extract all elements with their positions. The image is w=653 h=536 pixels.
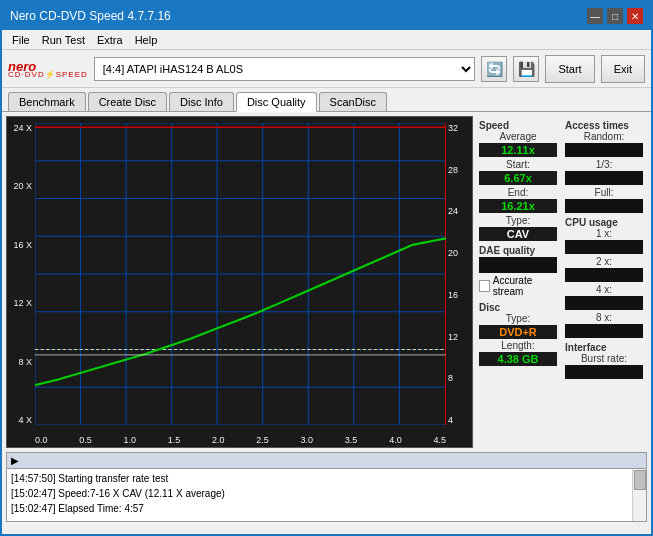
accurate-stream-checkbox[interactable] — [479, 280, 490, 292]
scrollbar-thumb[interactable] — [634, 470, 646, 490]
log-scrollbar[interactable] — [632, 469, 646, 521]
end-value: 16.21x — [479, 199, 557, 213]
y-right-20: 20 — [448, 248, 458, 258]
y-label-12: 12 X — [13, 298, 32, 308]
log-entry-1: [15:02:47] Speed:7-16 X CAV (12.11 X ave… — [11, 486, 642, 501]
y-label-8: 8 X — [18, 357, 32, 367]
one-third-stat: 1/3: — [563, 159, 645, 185]
cpu-2x-stat: 2 x: — [563, 256, 645, 282]
random-stat: Random: — [563, 131, 645, 157]
full-stat: Full: — [563, 187, 645, 213]
one-third-value — [565, 171, 643, 185]
stats-columns: Speed Average 12.11x Start: 6.67x End: 1… — [477, 116, 647, 448]
start-button[interactable]: Start — [545, 55, 594, 83]
x-label-2: 2.0 — [212, 435, 225, 445]
disc-section-title: Disc — [477, 302, 559, 313]
log-entry-0: [14:57:50] Starting transfer rate test — [11, 471, 642, 486]
x-label-45: 4.5 — [433, 435, 446, 445]
log-content: [14:57:50] Starting transfer rate test [… — [7, 469, 646, 518]
type-value: CAV — [479, 227, 557, 241]
menu-extra[interactable]: Extra — [91, 32, 129, 48]
x-label-25: 2.5 — [256, 435, 269, 445]
menu-help[interactable]: Help — [129, 32, 164, 48]
window-controls: — □ ✕ — [587, 8, 643, 24]
title-bar: Nero CD-DVD Speed 4.7.7.16 — □ ✕ — [2, 2, 651, 30]
exit-button[interactable]: Exit — [601, 55, 645, 83]
y-label-16: 16 X — [13, 240, 32, 250]
cpu-1x-value — [565, 240, 643, 254]
random-label: Random: — [563, 131, 645, 142]
y-right-12: 12 — [448, 332, 458, 342]
cpu-8x-value — [565, 324, 643, 338]
tab-bar: Benchmark Create Disc Disc Info Disc Qua… — [2, 88, 651, 112]
y-right-24: 24 — [448, 206, 458, 216]
log-area: ▶ [14:57:50] Starting transfer rate test… — [6, 452, 647, 522]
type-label: Type: — [477, 215, 559, 226]
chart-container: 24 X 20 X 16 X 12 X 8 X 4 X — [6, 116, 473, 448]
maximize-button[interactable]: □ — [607, 8, 623, 24]
cpu-8x-stat: 8 x: — [563, 312, 645, 338]
x-label-1: 1.0 — [124, 435, 137, 445]
tab-scan-disc[interactable]: ScanDisc — [319, 92, 387, 111]
y-label-4: 4 X — [18, 415, 32, 425]
main-window: Nero CD-DVD Speed 4.7.7.16 — □ ✕ File Ru… — [0, 0, 653, 536]
speed-section-title: Speed — [477, 120, 559, 131]
chart-svg — [35, 123, 446, 425]
menu-bar: File Run Test Extra Help — [2, 30, 651, 50]
x-label-15: 1.5 — [168, 435, 181, 445]
close-button[interactable]: ✕ — [627, 8, 643, 24]
y-axis-right: 32 28 24 20 16 12 8 4 — [446, 123, 470, 425]
log-header-icon: ▶ — [11, 455, 19, 466]
menu-run-test[interactable]: Run Test — [36, 32, 91, 48]
minimize-button[interactable]: — — [587, 8, 603, 24]
y-label-24: 24 X — [13, 123, 32, 133]
cpu-section-title: CPU usage — [563, 217, 645, 228]
average-label: Average — [477, 131, 559, 142]
end-stat: End: 16.21x — [477, 187, 559, 213]
y-label-20: 20 X — [13, 181, 32, 191]
log-entry-2: [15:02:47] Elapsed Time: 4:57 — [11, 501, 642, 516]
tab-benchmark[interactable]: Benchmark — [8, 92, 86, 111]
x-label-35: 3.5 — [345, 435, 358, 445]
burst-value — [565, 365, 643, 379]
y-right-4: 4 — [448, 415, 453, 425]
cpu-8x-label: 8 x: — [563, 312, 645, 323]
stats-panel: Speed Average 12.11x Start: 6.67x End: 1… — [477, 116, 647, 448]
y-right-16: 16 — [448, 290, 458, 300]
cpu-2x-label: 2 x: — [563, 256, 645, 267]
nero-logo: nero CD·DVD⚡SPEED — [8, 59, 88, 79]
y-right-32: 32 — [448, 123, 458, 133]
x-label-4: 4.0 — [389, 435, 402, 445]
type-stat: Type: CAV — [477, 215, 559, 241]
start-label: Start: — [477, 159, 559, 170]
refresh-icon[interactable]: 🔄 — [481, 56, 507, 82]
x-label-0: 0.0 — [35, 435, 48, 445]
tab-disc-info[interactable]: Disc Info — [169, 92, 234, 111]
cpu-4x-value — [565, 296, 643, 310]
drive-select[interactable]: [4:4] ATAPI iHAS124 B AL0S — [94, 57, 476, 81]
tab-disc-quality[interactable]: Disc Quality — [236, 92, 317, 112]
access-times-title: Access times — [563, 120, 645, 131]
cpu-4x-stat: 4 x: — [563, 284, 645, 310]
random-value — [565, 143, 643, 157]
tab-create-disc[interactable]: Create Disc — [88, 92, 167, 111]
x-label-3: 3.0 — [301, 435, 314, 445]
x-label-05: 0.5 — [79, 435, 92, 445]
disc-type-label: Type: — [477, 313, 559, 324]
save-icon[interactable]: 💾 — [513, 56, 539, 82]
main-content: 24 X 20 X 16 X 12 X 8 X 4 X — [2, 112, 651, 452]
average-stat: Average 12.11x — [477, 131, 559, 157]
dae-value — [479, 257, 557, 273]
window-title: Nero CD-DVD Speed 4.7.7.16 — [10, 9, 171, 23]
average-value: 12.11x — [479, 143, 557, 157]
nero-logo-subtitle: CD·DVD⚡SPEED — [8, 70, 88, 79]
disc-type-value: DVD+R — [479, 325, 557, 339]
y-right-8: 8 — [448, 373, 453, 383]
interface-title: Interface — [563, 342, 645, 353]
y-axis-left: 24 X 20 X 16 X 12 X 8 X 4 X — [9, 123, 35, 425]
disc-length-label: Length: — [477, 340, 559, 351]
menu-file[interactable]: File — [6, 32, 36, 48]
left-stats: Speed Average 12.11x Start: 6.67x End: 1… — [477, 116, 559, 448]
accurate-stream-row: Accurate stream — [477, 274, 559, 298]
start-value: 6.67x — [479, 171, 557, 185]
